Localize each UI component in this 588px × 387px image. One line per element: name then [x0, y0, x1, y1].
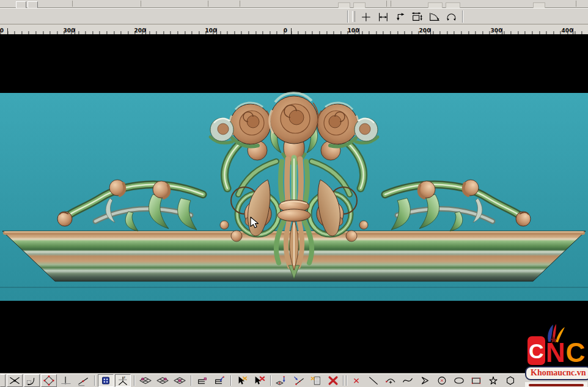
toolbar-separator [240, 1, 240, 7]
tangent-arc-snap-icon [25, 375, 39, 386]
toolbar-separator [270, 375, 271, 386]
ruler-label: 100 [205, 28, 217, 34]
arc-tool-button[interactable] [383, 374, 399, 387]
line-tool-icon [367, 375, 380, 386]
toolbar-separator [343, 375, 344, 386]
toolbar-separator [576, 1, 576, 7]
intersection-snap-button[interactable] [7, 374, 23, 387]
logo-letter-c2: C [566, 341, 586, 365]
circle-tool-button[interactable] [434, 374, 450, 387]
ellipse-tool-button[interactable] [451, 374, 467, 387]
measure-point-button[interactable] [357, 10, 374, 23]
plane-project-button[interactable] [274, 374, 290, 387]
curve-tool-icon [401, 375, 414, 386]
plane-project-icon [275, 375, 288, 386]
perpendicular-snap-button[interactable] [58, 374, 74, 387]
measure-bbox-icon [410, 11, 424, 23]
measure-path-button[interactable] [391, 10, 408, 23]
measure-toolbar-row [0, 8, 588, 24]
object-list-button[interactable] [308, 374, 324, 387]
ruler-major-tick [7, 28, 8, 34]
layer-pick-button[interactable] [211, 374, 227, 387]
axes-toggle-icon: z [116, 375, 130, 386]
tangent-snap-button[interactable] [75, 374, 91, 387]
object-list-icon [309, 375, 323, 386]
plane-yz-button[interactable] [172, 374, 188, 387]
ruler-label: 0 [284, 28, 287, 34]
toolbar-separator [462, 10, 463, 23]
select-intersect-cursor-icon [235, 375, 249, 386]
measure-distance-button[interactable] [374, 10, 391, 23]
toolbar-separator [346, 375, 347, 386]
polygon-tool-button[interactable] [417, 374, 433, 387]
ruler-label: 300 [64, 28, 75, 34]
circle-tool-icon [435, 375, 449, 386]
toolbar-separator [134, 375, 134, 386]
measure-distance-icon [376, 11, 389, 23]
ngon-tool-icon [504, 375, 517, 386]
toolbar-separator [191, 375, 191, 386]
ruler-major-tick [291, 28, 292, 34]
rectangle-tool-button[interactable] [468, 374, 484, 387]
measure-path-icon [393, 11, 406, 23]
measure-arc-button[interactable] [443, 10, 460, 23]
line-tool-button[interactable] [366, 374, 381, 387]
clipped-icon [353, 2, 366, 8]
watermark-logo: C N C Khomaucnc.vn [525, 328, 587, 387]
layer-pick-icon [213, 375, 226, 386]
quadrant-snap-icon [42, 375, 56, 386]
node-edit-icon [292, 375, 306, 386]
delete-icon [326, 375, 340, 386]
bottom-toolbar: z [0, 373, 588, 387]
axes-toggle-button[interactable]: z [115, 374, 131, 387]
measure-arc-icon [444, 11, 458, 23]
viewport-canvas[interactable] [0, 34, 588, 373]
curve-tool-button[interactable] [400, 374, 416, 387]
plane-xz-icon [156, 375, 169, 386]
delete-select-cursor-icon [252, 375, 266, 386]
measure-toolbar-buttons [357, 10, 460, 23]
logo-underline [529, 384, 584, 386]
measure-angle-icon [427, 11, 441, 23]
svg-text:z: z [123, 375, 125, 378]
tangent-arc-snap-button[interactable] [24, 374, 40, 387]
toolbar-grip[interactable] [352, 11, 355, 22]
ruler-label: 200 [134, 28, 146, 34]
logo-letters: C N C [525, 328, 587, 365]
star-tool-button[interactable] [485, 374, 501, 387]
ruler-major-tick [430, 28, 431, 34]
node-edit-button[interactable] [291, 374, 307, 387]
polygon-tool-icon [418, 375, 432, 386]
point-tool-icon [350, 375, 363, 386]
logo-letter-c1: C [527, 336, 545, 365]
plane-xy-button[interactable] [138, 374, 153, 387]
layer-assign-button[interactable] [194, 374, 210, 387]
measure-bbox-button[interactable] [408, 10, 425, 23]
rectangle-tool-icon [469, 375, 483, 386]
jdpaint-window: 03002001000100200300400 [0, 0, 588, 387]
ruler-label: 300 [491, 28, 502, 34]
plane-xz-button[interactable] [155, 374, 171, 387]
delete-select-cursor-button[interactable] [251, 374, 267, 387]
ellipse-tool-icon [452, 375, 466, 386]
measure-angle-button[interactable] [425, 10, 443, 23]
select-intersect-cursor-button[interactable] [234, 374, 250, 387]
delete-button[interactable] [325, 374, 341, 387]
ruler-major-tick [216, 28, 217, 34]
grid-toggle-icon [99, 375, 112, 386]
star-tool-icon [487, 375, 500, 386]
ruler-major-tick [145, 28, 146, 34]
ruler-major-tick [359, 28, 359, 34]
quadrant-snap-button[interactable] [41, 374, 57, 387]
toolbar-separator [141, 1, 141, 7]
ngon-tool-button[interactable] [502, 374, 518, 387]
toolbar-separator [94, 375, 95, 386]
grid-toggle-button[interactable] [98, 374, 114, 387]
ruler-label: 100 [348, 28, 359, 34]
tangent-snap-icon [76, 375, 90, 386]
toolbar-separator [72, 1, 73, 7]
ruler-major-tick [573, 28, 573, 34]
logo-underline-area [525, 382, 587, 387]
point-tool-button[interactable] [348, 374, 364, 387]
clipped-button-button[interactable] [0, 374, 6, 387]
